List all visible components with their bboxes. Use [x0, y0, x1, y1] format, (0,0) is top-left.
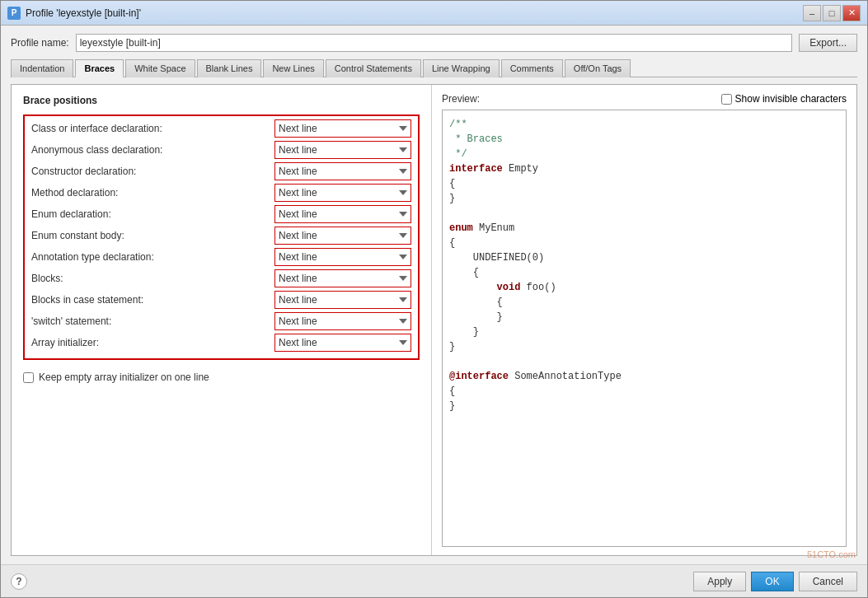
ok-button[interactable]: OK: [751, 572, 793, 591]
label-class-declaration: Class or interface declaration:: [31, 123, 268, 134]
window-icon: P: [7, 7, 21, 20]
left-panel: Brace positions Class or interface decla…: [12, 85, 432, 555]
select-method[interactable]: Next line Same line Next line indented: [274, 184, 411, 202]
cancel-button[interactable]: Cancel: [799, 572, 857, 591]
show-invisible-checkbox[interactable]: [721, 94, 732, 105]
tab-indentation[interactable]: Indentation: [11, 59, 73, 77]
form-row-5: Enum constant body: Next line Same line …: [31, 227, 411, 245]
label-constructor: Constructor declaration:: [31, 166, 268, 177]
select-constructor[interactable]: Next line Same line Next line indented: [274, 162, 411, 180]
select-blocks[interactable]: Next line Same line Next line indented: [274, 269, 411, 287]
section-title: Brace positions: [23, 95, 420, 106]
form-row-2: Constructor declaration: Next line Same …: [31, 162, 411, 180]
bottom-buttons: Apply OK Cancel: [693, 572, 857, 591]
right-panel: Preview: Show invisible characters /** *…: [432, 85, 856, 555]
form-row-0: Class or interface declaration: Next lin…: [31, 119, 411, 138]
label-array: Array initializer:: [31, 337, 268, 348]
content-area: Profile name: Export... Indentation Brac…: [1, 26, 867, 564]
label-method: Method declaration:: [31, 187, 268, 199]
tab-new-lines[interactable]: New Lines: [263, 59, 323, 77]
title-bar: P Profile 'leyexstyle [built-in]' – □ ✕: [1, 1, 867, 26]
form-row-10: Array initializer: Next line Same line N…: [31, 334, 411, 352]
code-content: /** * Braces */ interface Empty { } enum…: [449, 117, 839, 413]
tab-off-on-tags[interactable]: Off/On Tags: [565, 59, 631, 77]
main-area: Brace positions Class or interface decla…: [11, 84, 857, 556]
form-row-6: Annotation type declaration: Next line S…: [31, 248, 411, 266]
tab-line-wrapping[interactable]: Line Wrapping: [423, 59, 500, 77]
select-annotation[interactable]: Next line Same line Next line indented: [274, 248, 411, 266]
tab-control-statements[interactable]: Control Statements: [326, 59, 421, 77]
label-anonymous-class: Anonymous class declaration:: [31, 144, 268, 156]
help-button[interactable]: ?: [11, 573, 27, 590]
export-button[interactable]: Export...: [799, 34, 857, 52]
window-title: Profile 'leyexstyle [built-in]': [26, 7, 141, 19]
watermark: 51CTO.com: [807, 549, 856, 559]
form-row-4: Enum declaration: Next line Same line Ne…: [31, 205, 411, 223]
show-invisible-label: Show invisible characters: [735, 93, 847, 105]
form-row-8: Blocks in case statement: Next line Same…: [31, 291, 411, 309]
apply-button[interactable]: Apply: [693, 572, 746, 591]
select-class-declaration[interactable]: Next line Same line Next line indented: [274, 119, 411, 138]
label-annotation: Annotation type declaration:: [31, 251, 268, 263]
profile-name-input[interactable]: [76, 34, 793, 52]
profile-row: Profile name: Export...: [11, 34, 857, 52]
keep-empty-label: Keep empty array initializer on one line: [39, 371, 209, 383]
brace-positions-group: Class or interface declaration: Next lin…: [23, 114, 420, 360]
close-button[interactable]: ✕: [842, 5, 861, 21]
tab-blank-lines[interactable]: Blank Lines: [197, 59, 262, 77]
label-switch: 'switch' statement:: [31, 315, 268, 327]
label-blocks-case: Blocks in case statement:: [31, 294, 268, 306]
profile-name-label: Profile name:: [11, 37, 69, 49]
select-enum[interactable]: Next line Same line Next line indented: [274, 205, 411, 223]
title-bar-left: P Profile 'leyexstyle [built-in]': [7, 7, 141, 20]
select-anonymous-class[interactable]: Next line Same line Next line indented: [274, 141, 411, 159]
keep-empty-checkbox[interactable]: [23, 372, 34, 383]
preview-header: Preview: Show invisible characters: [442, 93, 847, 105]
preview-code: /** * Braces */ interface Empty { } enum…: [442, 110, 847, 547]
minimize-button[interactable]: –: [803, 5, 821, 21]
preview-label: Preview:: [442, 93, 480, 105]
form-row-9: 'switch' statement: Next line Same line …: [31, 312, 411, 330]
select-enum-constant[interactable]: Next line Same line Next line indented: [274, 227, 411, 245]
form-row-7: Blocks: Next line Same line Next line in…: [31, 269, 411, 287]
title-controls: – □ ✕: [803, 5, 861, 21]
show-invisible-row: Show invisible characters: [721, 93, 847, 105]
select-switch[interactable]: Next line Same line Next line indented: [274, 312, 411, 330]
tab-comments[interactable]: Comments: [501, 59, 563, 77]
tabs-bar: Indentation Braces White Space Blank Lin…: [11, 58, 857, 77]
main-window: P Profile 'leyexstyle [built-in]' – □ ✕ …: [0, 0, 868, 598]
form-row-1: Anonymous class declaration: Next line S…: [31, 141, 411, 159]
tab-braces[interactable]: Braces: [75, 59, 124, 77]
select-array[interactable]: Next line Same line Next line indented: [274, 334, 411, 352]
label-blocks: Blocks:: [31, 273, 268, 284]
select-blocks-case[interactable]: Next line Same line Next line indented: [274, 291, 411, 309]
checkbox-row: Keep empty array initializer on one line: [23, 371, 420, 383]
form-row-3: Method declaration: Next line Same line …: [31, 184, 411, 202]
label-enum: Enum declaration:: [31, 208, 268, 220]
label-enum-constant: Enum constant body:: [31, 230, 268, 241]
maximize-button[interactable]: □: [823, 5, 841, 21]
bottom-bar: ? Apply OK Cancel: [1, 564, 867, 597]
tab-whitespace[interactable]: White Space: [125, 59, 195, 77]
